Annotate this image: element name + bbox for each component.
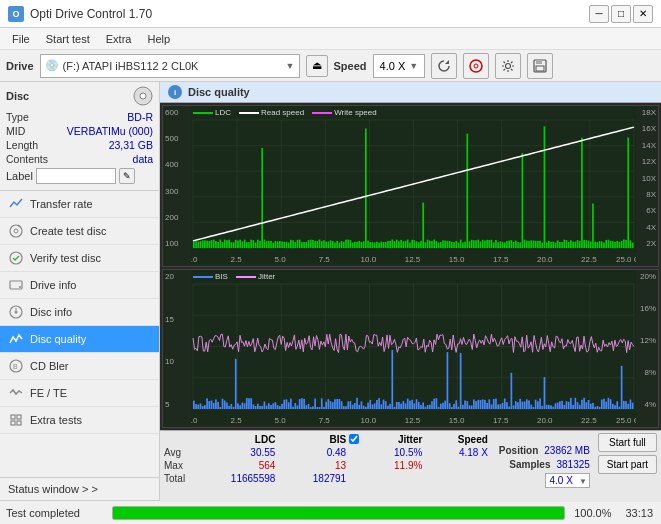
start-full-button[interactable]: Start full — [598, 433, 657, 452]
stats-col-speed-header: Speed — [425, 433, 490, 446]
sidebar-item-create-test-disc[interactable]: Create test disc — [0, 218, 159, 245]
svg-marker-0 — [445, 60, 449, 64]
y-right-18x: 18X — [638, 108, 656, 117]
drive-dropdown-icon: ▼ — [286, 61, 295, 71]
sidebar-item-transfer-rate[interactable]: Transfer rate — [0, 191, 159, 218]
stats-total-bis: 182791 — [278, 472, 349, 485]
disc-type-label: Type — [6, 111, 29, 123]
progress-bar-container — [112, 506, 565, 520]
legend-bis-label: BIS — [215, 272, 228, 281]
speed-dropdown[interactable]: 4.0 X ▼ — [545, 473, 590, 488]
bis-chart-inner: BIS Jitter — [191, 270, 636, 427]
stats-col-jitter-header: Jitter — [360, 433, 425, 446]
sidebar-item-disc-quality[interactable]: Disc quality — [0, 326, 159, 353]
action-buttons: Start full Start part — [598, 433, 657, 500]
sidebar-item-drive-info[interactable]: Drive info — [0, 272, 159, 299]
bis-chart-canvas — [191, 270, 636, 425]
app-title: Opti Drive Control 1.70 — [30, 7, 152, 21]
titlebar: O Opti Drive Control 1.70 ─ □ ✕ — [0, 0, 661, 28]
svg-rect-5 — [536, 60, 542, 64]
label-edit-icon: ✎ — [123, 171, 131, 181]
refresh-button[interactable] — [431, 53, 457, 79]
disc-label-input[interactable] — [36, 168, 116, 184]
fe-te-icon — [8, 385, 24, 401]
speed-dropdown-value: 4.0 X — [550, 475, 573, 486]
svg-point-3 — [506, 63, 511, 68]
minimize-button[interactable]: ─ — [589, 5, 609, 23]
stats-position-row: Position 23862 MB — [499, 445, 590, 456]
legend-read-speed-color — [239, 112, 259, 114]
disc-header: Disc — [6, 86, 153, 106]
eject-icon: ⏏ — [312, 59, 322, 72]
y-right-16x: 16X — [638, 124, 656, 133]
charts-container: 600 500 400 300 200 100 LDC — [160, 103, 661, 430]
close-button[interactable]: ✕ — [633, 5, 653, 23]
speed-selector[interactable]: 4.0 X ▼ — [373, 54, 426, 78]
sidebar-item-verify-test-disc[interactable]: Verify test disc — [0, 245, 159, 272]
jitter-checkbox[interactable] — [349, 434, 359, 444]
menu-extra[interactable]: Extra — [98, 31, 140, 47]
progress-percentage: 100.0% — [571, 507, 611, 519]
status-window-button[interactable]: Status window > > — [0, 477, 159, 500]
drivebar: Drive 💿 (F:) ATAPI iHBS112 2 CL0K ▼ ⏏ Sp… — [0, 50, 661, 82]
stats-max-jitter: 11.9% — [360, 459, 425, 472]
y-label-20: 20 — [165, 272, 188, 281]
stats-right: Position 23862 MB Samples 381325 4.0 X ▼ — [495, 433, 594, 500]
disc-button[interactable] — [463, 53, 489, 79]
extra-tests-icon — [8, 412, 24, 428]
main-layout: Disc Type BD-R MID VERBATIMu (000) Lengt… — [0, 82, 661, 500]
disc-mid-label: MID — [6, 125, 25, 137]
maximize-button[interactable]: □ — [611, 5, 631, 23]
y-right-4pct: 4% — [638, 400, 656, 409]
drive-selector[interactable]: 💿 (F:) ATAPI iHBS112 2 CL0K ▼ — [40, 54, 300, 78]
y-right-14x: 14X — [638, 141, 656, 150]
sidebar-item-extra-tests[interactable]: Extra tests — [0, 407, 159, 434]
disc-label-button[interactable]: ✎ — [119, 168, 135, 184]
speed-select-row: 4.0 X ▼ — [545, 473, 590, 488]
svg-text:B: B — [13, 363, 18, 370]
stats-total-row: Total 11665598 182791 — [164, 472, 491, 485]
y-label-200: 200 — [165, 213, 188, 222]
svg-point-14 — [19, 286, 21, 288]
svg-rect-23 — [17, 421, 21, 425]
nav-label-cd-bler: CD Bler — [30, 360, 69, 372]
y-label-100: 100 — [165, 239, 188, 248]
ldc-chart-y-axis-left: 600 500 400 300 200 100 — [163, 106, 191, 266]
stats-table: LDC BIS Jitter Speed Avg 30.55 0.48 10.5 — [164, 433, 491, 485]
ldc-chart-legend: LDC Read speed Write speed — [193, 108, 377, 117]
menu-help[interactable]: Help — [139, 31, 178, 47]
stats-max-bis: 13 — [278, 459, 349, 472]
stats-header-row: LDC BIS Jitter Speed — [164, 433, 491, 446]
disc-contents-label: Contents — [6, 153, 48, 165]
svg-rect-22 — [11, 421, 15, 425]
status-bar: Test completed 100.0% 33:13 — [0, 500, 661, 524]
sidebar-item-disc-info[interactable]: Disc info — [0, 299, 159, 326]
position-label: Position — [499, 445, 538, 456]
bis-chart-legend: BIS Jitter — [193, 272, 275, 281]
start-part-button[interactable]: Start part — [598, 455, 657, 474]
disc-type-value: BD-R — [127, 111, 153, 123]
legend-jitter-color — [236, 276, 256, 278]
menu-file[interactable]: File — [4, 31, 38, 47]
time-display: 33:13 — [617, 507, 661, 519]
eject-button[interactable]: ⏏ — [306, 55, 328, 77]
save-button[interactable] — [527, 53, 553, 79]
transfer-rate-icon — [8, 196, 24, 212]
disc-length-row: Length 23,31 GB — [6, 138, 153, 152]
sidebar-item-cd-bler[interactable]: B CD Bler — [0, 353, 159, 380]
status-window-label: Status window > > — [8, 483, 98, 495]
settings-button[interactable] — [495, 53, 521, 79]
refresh-icon — [437, 59, 451, 73]
menu-start-test[interactable]: Start test — [38, 31, 98, 47]
nav-label-transfer-rate: Transfer rate — [30, 198, 93, 210]
speed-dropdown-arrow-icon: ▼ — [579, 476, 587, 485]
y-label-10: 10 — [165, 357, 188, 366]
stats-col-bis-header: BIS — [278, 433, 349, 446]
sidebar-item-fe-te[interactable]: FE / TE — [0, 380, 159, 407]
y-right-2x: 2X — [638, 239, 656, 248]
legend-write-speed-label: Write speed — [334, 108, 377, 117]
samples-label: Samples — [509, 459, 550, 470]
stats-avg-label: Avg — [164, 446, 208, 459]
ldc-chart-y-axis-right: 18X 16X 14X 12X 10X 8X 6X 4X 2X — [636, 106, 658, 266]
bis-chart: 20 15 10 5 BIS Jitter — [162, 269, 659, 428]
